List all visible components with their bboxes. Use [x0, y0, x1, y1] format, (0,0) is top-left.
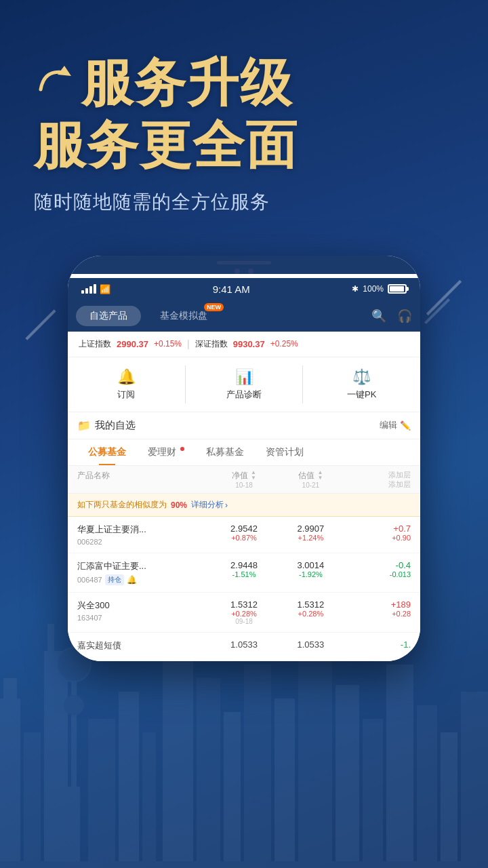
- shenzhen-label: 深证指数: [195, 338, 228, 350]
- subscribe-icon: 🔔: [117, 368, 136, 386]
- pk-icon: ⚖️: [352, 368, 371, 386]
- fund-row-1[interactable]: 华夏上证主要消... 006282 2.9542 +0.87% 2.9907 +…: [68, 517, 420, 553]
- shanghai-label: 上证指数: [79, 338, 111, 350]
- signal-bars: [81, 284, 96, 294]
- signal-bar-4: [94, 284, 96, 294]
- fund-nav-change-1: +0.87%: [211, 534, 277, 542]
- fund-estimate-2: 3.0014 -1.92%: [277, 560, 344, 578]
- status-left: 📶: [81, 284, 110, 294]
- fund-est-change-2: -1.92%: [277, 570, 344, 578]
- fund-est-change-3: +0.28%: [277, 610, 344, 618]
- fund-info-4: 嘉实超短债: [77, 639, 211, 654]
- app-content: 上证指数 2990.37 +0.15% | 深证指数 9930.37 +0.25…: [68, 332, 420, 662]
- col-add-header: 添加层添加层: [344, 470, 411, 490]
- wifi-icon: 📶: [100, 284, 110, 294]
- action-subscribe[interactable]: 🔔 订阅: [68, 366, 185, 403]
- fund-tab-private[interactable]: 私募基金: [195, 439, 255, 465]
- fund-est-value-3: 1.5312: [277, 599, 344, 610]
- warning-percent: 90%: [171, 500, 187, 510]
- warning-text1: 如下两只基金的相似度为: [77, 499, 167, 511]
- fund-name-4: 嘉实超短债: [77, 639, 211, 652]
- ticker-divider: |: [187, 338, 190, 349]
- fund-nav-change-2: -1.51%: [211, 570, 277, 578]
- fund-name-2: 汇添富中证主要...: [77, 560, 211, 572]
- fund-code-2: 006487 持仓 🔔: [77, 574, 211, 585]
- fund-est-value-1: 2.9907: [277, 524, 344, 534]
- signal-bar-1: [81, 290, 84, 294]
- phone-mockup: 📶 9:41 AM ✱ 100% 自选产品 基金模拟盘: [68, 256, 420, 662]
- diagnose-icon: 📊: [235, 368, 253, 386]
- warning-banner: 如下两只基金的相似度为 90% 详细分析 ›: [68, 494, 420, 517]
- nav-tab-fund-simulate[interactable]: 基金模拟盘 NEW: [146, 306, 221, 326]
- diagnose-label: 产品诊断: [226, 389, 262, 401]
- arrow-right-icon: ›: [225, 500, 228, 510]
- fund-nav-2: 2.9448 -1.51%: [211, 560, 277, 578]
- battery-fill: [390, 286, 404, 292]
- shenzhen-change: +0.25%: [270, 339, 298, 349]
- upgrade-arrow-icon: [34, 62, 75, 103]
- fund-row-2[interactable]: 汇添富中证主要... 006487 持仓 🔔 2.9448 -1.51% 3.0…: [68, 553, 420, 593]
- fund-nav-value-1: 2.9542: [211, 524, 277, 534]
- fund-est-value-4: 1.0533: [277, 639, 344, 650]
- fund-tab-asset[interactable]: 资管计划: [255, 439, 314, 465]
- shenzhen-value: 9930.37: [233, 339, 265, 349]
- action-diagnose[interactable]: 📊 产品诊断: [186, 366, 303, 403]
- fund-right-val2-1: +0.90: [344, 534, 411, 542]
- fund-code-3: 163407: [77, 614, 211, 622]
- fund-nav-date-3: 09-18: [211, 618, 277, 625]
- table-header: 产品名称 净值 ▲▼ 10-18 估值 ▲▼ 10-21: [68, 466, 420, 494]
- col-estimate-header: 估值 ▲▼ 10-21: [277, 470, 344, 490]
- signal-bar-3: [89, 286, 92, 294]
- battery-percent: 100%: [363, 284, 384, 294]
- quick-actions: 🔔 订阅 📊 产品诊断 ⚖️ 一键PK: [68, 357, 420, 412]
- fund-right-val-1: +0.7: [344, 524, 411, 534]
- fund-estimate-1: 2.9907 +1.24%: [277, 524, 344, 542]
- market-ticker: 上证指数 2990.37 +0.15% | 深证指数 9930.37 +0.25…: [68, 332, 420, 357]
- action-pk[interactable]: ⚖️ 一键PK: [303, 366, 420, 403]
- fund-tab-wealth[interactable]: 爱理财: [137, 439, 195, 465]
- fund-right-val-3: +189: [344, 599, 411, 610]
- fund-est-value-2: 3.0014: [277, 560, 344, 570]
- fund-estimate-4: 1.0533: [277, 639, 344, 650]
- nav-tab-self-select[interactable]: 自选产品: [76, 306, 141, 326]
- fund-right-val-2: -0.4: [344, 560, 411, 570]
- fund-name-3: 兴全300: [77, 599, 211, 612]
- hero-title-sub: 服务更全面: [34, 114, 454, 176]
- fund-est-change-1: +1.24%: [277, 534, 344, 542]
- fund-nav-value-4: 1.0533: [211, 639, 277, 650]
- subscribe-label: 订阅: [117, 389, 135, 401]
- signal-bar-2: [85, 288, 88, 294]
- fund-row-4[interactable]: 嘉实超短债 1.0533 1.0533 -1.: [68, 633, 420, 661]
- fund-nav-value-2: 2.9448: [211, 560, 277, 570]
- battery-tip: [407, 287, 409, 291]
- status-right: ✱ 100%: [352, 284, 407, 294]
- fund-tab-public[interactable]: 公募基金: [77, 439, 137, 465]
- status-bar: 📶 9:41 AM ✱ 100%: [68, 278, 420, 300]
- fund-nav-4: 1.0533: [211, 639, 277, 650]
- fund-nav-change-3: +0.28%: [211, 610, 277, 618]
- fund-right-val-4: -1.: [344, 639, 411, 650]
- nav-sort: ▲▼: [251, 470, 256, 481]
- bell-icon-2[interactable]: 🔔: [127, 575, 137, 585]
- folder-icon: 📁: [77, 419, 91, 432]
- fund-right-3: +189 +0.28: [344, 599, 411, 618]
- wealth-dot: [180, 447, 184, 451]
- shanghai-value: 2990.37: [117, 339, 148, 349]
- edit-label: 编辑: [380, 419, 397, 431]
- fund-row-3[interactable]: 兴全300 163407 1.5312 +0.28% 09-18 1.5312 …: [68, 593, 420, 633]
- bluetooth-icon: ✱: [352, 284, 359, 294]
- phone-container: 📶 9:41 AM ✱ 100% 自选产品 基金模拟盘: [0, 256, 488, 662]
- warning-link[interactable]: 详细分析 ›: [191, 499, 228, 511]
- fund-name-1: 华夏上证主要消...: [77, 524, 211, 536]
- pk-label: 一键PK: [347, 389, 376, 401]
- fund-info-3: 兴全300 163407: [77, 599, 211, 622]
- section-title: 我的自选: [95, 419, 136, 432]
- fund-right-2: -0.4 -0.013: [344, 560, 411, 578]
- headset-icon[interactable]: 🎧: [397, 309, 412, 323]
- edit-button[interactable]: 编辑 ✏️: [380, 419, 411, 431]
- search-icon[interactable]: 🔍: [371, 309, 386, 323]
- fund-info-2: 汇添富中证主要... 006487 持仓 🔔: [77, 560, 211, 585]
- fund-right-val2-3: +0.28: [344, 610, 411, 618]
- hero-title-line1: 服务升级: [34, 54, 454, 111]
- hero-subtitle: 随时随地随需的全方位服务: [34, 189, 454, 215]
